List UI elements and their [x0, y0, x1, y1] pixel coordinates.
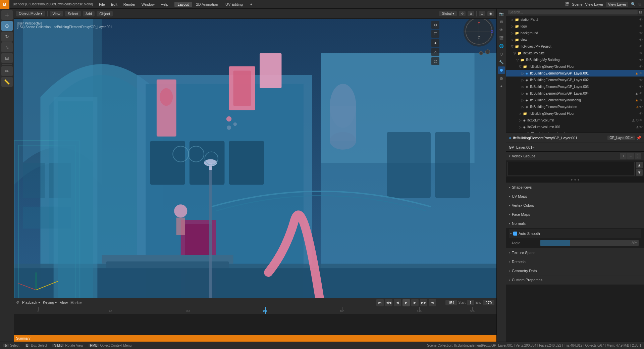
playback-menu[interactable]: Playback ▾	[22, 300, 40, 305]
shading-btn[interactable]: ◉	[487, 11, 494, 16]
tool-annotate[interactable]: ✏	[1, 66, 13, 76]
viewport-view-btn[interactable]: View	[50, 11, 63, 16]
shading-solid-btn[interactable]: ●	[431, 39, 439, 47]
vg-add-btn[interactable]: +	[620, 153, 627, 159]
vg-more-btn[interactable]: ⋮	[635, 153, 641, 159]
tool-transform[interactable]: ⊞	[1, 53, 13, 63]
visibility-icon-storey2[interactable]: 👁	[639, 112, 643, 115]
normals-header[interactable]: ▾ Normals	[506, 219, 644, 228]
panel-tab-data[interactable]: ⬢	[498, 66, 505, 74]
filter-icon[interactable]: ⊟	[638, 2, 641, 6]
next-frame-btn[interactable]: ▶	[411, 299, 419, 306]
visibility-icon-col1[interactable]: 👁	[639, 125, 643, 129]
visibility-icon-storey[interactable]: 👁	[639, 65, 643, 68]
shading-wire-btn[interactable]: ○	[431, 48, 439, 56]
visibility-icon-view[interactable]: 👁	[639, 38, 643, 42]
tool-rotate[interactable]: ↻	[1, 32, 13, 42]
face-maps-header[interactable]: ▸ Face Maps	[506, 210, 644, 219]
prev-keyframe-btn[interactable]: ◀◀	[385, 299, 392, 306]
outliner-item-station[interactable]: ▷ ◈ IfcBuildingElementProxy/station ◭ 👁	[506, 103, 644, 110]
keying-menu[interactable]: Keying ▾	[43, 300, 57, 305]
timeline-ruler[interactable]: 0 60 120 154 180 240 300	[14, 307, 496, 342]
prop-layer-btn[interactable]: GP_Layer.001~	[607, 136, 635, 140]
outliner-item-view[interactable]: ▷ 📁 view 👁	[506, 36, 644, 43]
summary-label[interactable]: Summary	[14, 335, 496, 342]
outliner-item-ifcproject[interactable]: ▽ 📁 IfcProject/My Project 👁	[506, 43, 644, 50]
view-menu[interactable]: View	[60, 301, 68, 305]
visibility-icon-bg[interactable]: 👁	[639, 31, 643, 35]
current-frame-display[interactable]: 154	[445, 300, 457, 305]
outliner-item-ifcbuilding[interactable]: ▽ 📁 IfcBuilding/My Building 👁	[506, 56, 644, 63]
jump-start-btn[interactable]: ⏮	[376, 299, 384, 306]
visibility-icon-building[interactable]: 👁	[639, 58, 643, 62]
toggle-xray-btn[interactable]: ☐	[431, 30, 439, 38]
visibility-icon-p1[interactable]: 👁	[639, 71, 643, 75]
visibility-icon-col[interactable]: 👁	[639, 118, 643, 122]
panel-tab-modifiers[interactable]: 🔧	[498, 58, 505, 66]
menu-window[interactable]: Window	[139, 2, 157, 7]
next-keyframe-btn[interactable]: ▶▶	[420, 299, 427, 306]
outliner-item-background[interactable]: ▷ 📁 background 👁	[506, 30, 644, 36]
workspace-2d-animation[interactable]: 2D Animation	[193, 2, 221, 7]
panel-tab-object[interactable]: ⬡	[498, 50, 505, 58]
shading-render-btn[interactable]: ◎	[431, 57, 439, 65]
shape-keys-header[interactable]: ▸ Shape Keys	[506, 183, 644, 192]
outliner-item-stationpart[interactable]: ▷ 📁 stationPart2 👁	[506, 16, 644, 23]
overlay-btn-header[interactable]: ⊙	[479, 11, 485, 16]
viewport-object-btn[interactable]: Object	[97, 11, 113, 16]
outliner-search-input[interactable]	[508, 10, 638, 14]
search-icon[interactable]: 🔍	[631, 2, 636, 6]
visibility-icon-logo[interactable]: 👁	[639, 24, 643, 28]
vertex-colors-header[interactable]: ▸ Vertex Colors	[506, 201, 644, 210]
tool-measure[interactable]: 📏	[1, 77, 13, 87]
panel-tab-render[interactable]: 📷	[498, 10, 505, 17]
menu-file[interactable]: File	[96, 2, 108, 7]
menu-edit[interactable]: Edit	[108, 2, 120, 7]
panel-tab-view[interactable]: 👁	[498, 26, 505, 34]
visibility-icon-house[interactable]: 👁	[639, 98, 643, 102]
outliner-item-column[interactable]: ▷ ◈ IfcColumn/column ◭ ⬡ 👁	[506, 117, 644, 123]
marker-menu[interactable]: Marker	[70, 301, 82, 305]
start-frame[interactable]: 1	[467, 300, 474, 305]
uv-maps-header[interactable]: ▸ UV Maps	[506, 192, 644, 201]
visibility-icon-p3[interactable]: 👁	[639, 85, 643, 89]
texture-space-header[interactable]: ▸ Texture Space	[506, 248, 644, 257]
outliner-item-proxy-001[interactable]: ▷ ◈ IfcBuildingElementProxy/GP_Layer.001…	[506, 70, 644, 77]
visibility-icon-site[interactable]: 👁	[639, 51, 643, 55]
toggle-overlays-btn[interactable]: ⊙	[431, 21, 439, 29]
view-layer-value[interactable]: View Layer	[606, 2, 628, 7]
visibility-icon-station[interactable]: 👁	[639, 105, 643, 109]
outliner-item-housebig[interactable]: ▷ ◈ IfcBuildingElementProxy/housebig ◭ 👁	[506, 97, 644, 103]
custom-props-header[interactable]: ▸ Custom Properties	[506, 276, 644, 284]
outliner-item-ifcsite[interactable]: ▽ 📁 IfcSite/My Site 👁	[506, 50, 644, 56]
panel-tab-world[interactable]: 🌐	[498, 42, 505, 50]
gp-layer-label[interactable]: GP_Layer.001~	[509, 145, 535, 149]
outliner-item-ifcstorey[interactable]: ▽ 📁 IfcBuildingStorey/Ground Floor 👁	[506, 63, 644, 70]
vg-move-up-btn[interactable]: ▲	[636, 162, 643, 168]
outliner-item-proxy-003[interactable]: ▷ ◈ IfcBuildingElementProxy/GP_Layer.003…	[506, 83, 644, 90]
prev-frame-btn[interactable]: ◀	[394, 299, 401, 306]
visibility-icon[interactable]: 👁	[639, 18, 643, 21]
outliner-item-proxy-002[interactable]: ▷ ◈ IfcBuildingElementProxy/GP_Layer.002…	[506, 77, 644, 83]
snap-btn[interactable]: ⊹	[459, 11, 466, 16]
workspace-add[interactable]: +	[247, 2, 256, 7]
vg-list[interactable]	[507, 162, 635, 176]
play-pause-btn[interactable]: ▶	[402, 299, 410, 306]
menu-render[interactable]: Render	[121, 2, 138, 7]
visibility-icon-ifc[interactable]: 👁	[639, 45, 643, 48]
visibility-icon-p2[interactable]: 👁	[639, 78, 643, 82]
end-frame[interactable]: 270	[483, 300, 494, 305]
viewport-mode-btn[interactable]: Object Mode ▾	[16, 11, 45, 16]
global-orient[interactable]: Global ▾	[439, 11, 457, 16]
panel-tab-scene[interactable]: 🎬	[498, 34, 505, 42]
tool-cursor[interactable]: ✛	[1, 10, 13, 20]
jump-end-btn[interactable]: ⏭	[429, 299, 436, 306]
workspace-uv-editing[interactable]: UV Editing	[222, 2, 246, 7]
vg-remove-btn[interactable]: −	[627, 153, 634, 159]
outliner-item-storey2[interactable]: ▷ 📁 IfcBuildingStorey/Ground Floor 👁	[506, 110, 644, 117]
workspace-layout[interactable]: Layout	[174, 2, 192, 7]
auto-smooth-checkbox[interactable]	[513, 232, 517, 236]
viewport-main[interactable]: Y X Z User Perspective (154) Scene Colle…	[14, 19, 496, 298]
proportional-btn[interactable]: ⊚	[468, 11, 474, 16]
panel-tab-material[interactable]: ◍	[498, 74, 505, 82]
